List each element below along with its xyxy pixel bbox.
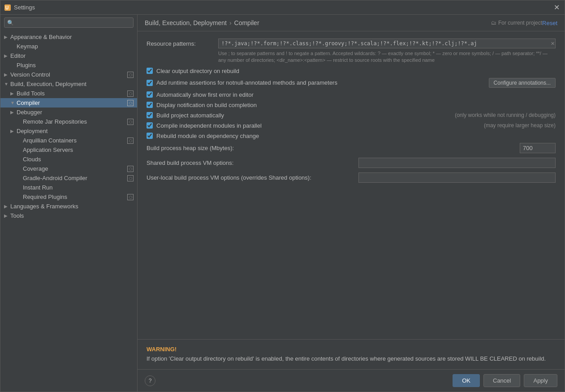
clear-output-checkbox[interactable] [147,68,153,74]
rebuild-dependency-label[interactable]: Rebuild module on dependency change [156,133,556,139]
breadcrumb: Build, Execution, Deployment › Compiler [145,19,484,26]
sidebar-item-clouds[interactable]: Clouds [0,155,137,164]
checkbox-rebuild-dependency: Rebuild module on dependency change [147,133,556,139]
user-vm-label: User-local build process VM options (ove… [147,174,358,181]
warning-box: WARNING! If option 'Clear output directo… [138,339,565,370]
ok-button[interactable]: OK [453,374,480,387]
show-first-error-checkbox[interactable] [147,91,153,98]
main-content: 🔍 ▶ Appearance & Behavior Keymap ▶ Edito… [0,15,565,392]
sidebar-item-label: Version Control [10,71,125,78]
clear-output-label[interactable]: Clear output directory on rebuild [156,68,556,74]
breadcrumb-separator: › [229,19,232,26]
right-panel: Build, Execution, Deployment › Compiler … [138,15,565,392]
heap-size-label: Build process heap size (Mbytes): [147,145,520,151]
show-first-error-label[interactable]: Automatically show first error in editor [156,91,556,98]
search-input[interactable] [16,19,130,26]
runtime-assertions-label[interactable]: Add runtime assertions for notnull-annot… [156,79,483,86]
sidebar-item-instant-run[interactable]: Instant Run [0,183,137,192]
sidebar-item-label: Editor [10,52,134,59]
search-icon: 🔍 [7,20,14,26]
hint-text: Use ; to separate patterns and ! to nega… [218,50,556,64]
apply-button[interactable]: Apply [524,374,557,387]
external-link-icon: ⬡ [127,100,134,106]
user-vm-input[interactable] [358,172,556,183]
for-project-text: For current project [498,20,542,26]
external-link-icon: ⬡ [127,138,134,144]
panel-body: Resource patterns: ✕ Use ; to separate p… [138,31,565,339]
sidebar-item-app-servers[interactable]: Application Servers [0,145,137,155]
project-icon: 🗂 [491,20,496,26]
notification-build-label[interactable]: Display notification on build completion [156,102,556,108]
breadcrumb-parent: Build, Execution, Deployment [145,19,227,26]
help-button[interactable]: ? [145,375,155,386]
warning-text: If option 'Clear output directory on reb… [147,354,556,363]
sidebar-item-label: Instant Run [23,184,134,191]
checkbox-build-automatically: Build project automatically (only works … [147,112,556,119]
for-project-label: 🗂 For current project [491,20,542,26]
checkbox-notification-build: Display notification on build completion [147,102,556,108]
arrow-icon: ▼ [10,100,17,105]
cancel-button[interactable]: Cancel [483,374,520,387]
configure-annotations-button[interactable]: Configure annotations... [489,78,556,88]
external-link-icon: ⬡ [127,72,134,78]
svg-text:U: U [5,5,9,10]
sidebar-item-plugins[interactable]: Plugins [0,60,137,70]
heap-size-input[interactable] [520,143,556,153]
build-automatically-label[interactable]: Build project automatically [156,112,448,119]
sidebar-item-deployment[interactable]: ▶ Deployment [0,126,137,136]
sidebar-item-label: Compiler [17,99,125,106]
sidebar-item-keymap[interactable]: Keymap [0,42,137,51]
resource-input-wrapper: ✕ [218,39,556,48]
reset-link[interactable]: Reset [542,20,557,26]
build-automatically-note: (only works while not running / debuggin… [455,112,556,118]
rebuild-dependency-checkbox[interactable] [147,133,153,139]
runtime-assertions-checkbox[interactable] [147,80,153,86]
clear-icon[interactable]: ✕ [551,41,555,47]
resource-patterns-label: Resource patterns: [147,39,218,47]
external-link-icon: ⬡ [127,194,134,200]
sidebar-item-build-execution[interactable]: ▼ Build, Execution, Deployment [0,79,137,89]
compile-parallel-note: (may require larger heap size) [484,122,556,129]
sidebar-item-label: Coverage [23,165,125,172]
sidebar-tree: ▶ Appearance & Behavior Keymap ▶ Editor … [0,30,137,392]
arrow-icon: ▼ [4,82,10,86]
heap-size-row: Build process heap size (Mbytes): [147,143,556,153]
window-title: Settings [14,4,552,11]
sidebar-item-label: Application Servers [23,146,134,153]
sidebar-item-remote-jar[interactable]: Remote Jar Repositories ⬡ [0,117,137,126]
sidebar-item-arquillian[interactable]: Arquillian Containers ⬡ [0,136,137,145]
sidebar-item-coverage[interactable]: Coverage ⬡ [0,164,137,173]
checkbox-compile-parallel: Compile independent modules in parallel … [147,122,556,129]
resource-patterns-input[interactable] [218,39,556,48]
checkbox-show-first-error: Automatically show first error in editor [147,91,556,98]
sidebar-item-tools[interactable]: ▶ Tools [0,211,137,220]
notification-build-checkbox[interactable] [147,102,153,108]
sidebar-item-label: Build, Execution, Deployment [10,81,134,87]
search-box[interactable]: 🔍 [4,17,134,28]
arrow-icon: ▶ [10,110,17,115]
sidebar-item-label: Arquillian Containers [23,137,125,144]
sidebar-item-gradle-android[interactable]: Gradle-Android Compiler ⬡ [0,173,137,183]
shared-vm-row: Shared build process VM options: [147,158,556,168]
build-automatically-checkbox[interactable] [147,112,153,118]
sidebar-item-compiler[interactable]: ▼ Compiler ⬡ [0,98,137,108]
sidebar-item-required-plugins[interactable]: Required Plugins ⬡ [0,192,137,202]
resource-patterns-right: ✕ Use ; to separate patterns and ! to ne… [218,39,556,64]
sidebar-item-debugger[interactable]: ▶ Debugger [0,108,137,117]
sidebar-item-editor[interactable]: ▶ Editor [0,51,137,60]
sidebar-item-languages[interactable]: ▶ Languages & Frameworks [0,202,137,211]
arrow-icon: ▶ [4,53,10,58]
sidebar-item-appearance[interactable]: ▶ Appearance & Behavior [0,32,137,42]
arrow-icon: ▶ [4,72,10,77]
close-button[interactable]: ✕ [552,3,561,12]
sidebar-item-label: Tools [10,212,134,219]
sidebar-item-version-control[interactable]: ▶ Version Control ⬡ [0,70,137,79]
footer: ? OK Cancel Apply [138,369,565,392]
sidebar-item-build-tools[interactable]: ▶ Build Tools ⬡ [0,89,137,98]
compile-parallel-checkbox[interactable] [147,122,153,129]
compile-parallel-label[interactable]: Compile independent modules in parallel [156,122,477,129]
panel-header: Build, Execution, Deployment › Compiler … [138,15,565,31]
sidebar-item-label: Deployment [17,128,134,134]
external-link-icon: ⬡ [127,90,134,97]
shared-vm-input[interactable] [358,158,556,168]
